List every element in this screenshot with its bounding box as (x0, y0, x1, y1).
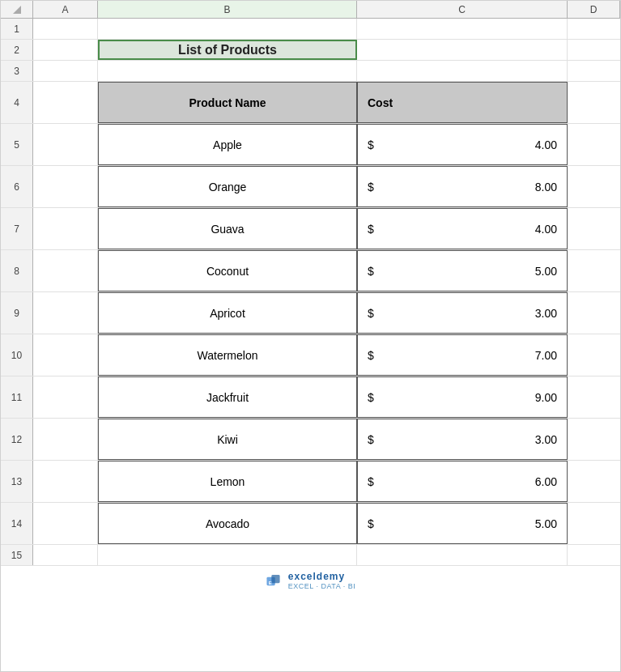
col-header-d[interactable]: D (568, 1, 620, 18)
cell-2a[interactable] (33, 40, 98, 60)
dollar-icon: $ (368, 475, 374, 488)
cell-13a[interactable] (33, 461, 98, 502)
dollar-icon: $ (368, 391, 374, 404)
cell-6d[interactable] (568, 166, 620, 207)
product-watermelon[interactable]: Watermelon (98, 334, 357, 376)
cell-1b[interactable] (98, 19, 357, 39)
cost-apricot[interactable]: $ 3.00 (357, 292, 568, 334)
col-header-cost[interactable]: Cost (357, 82, 568, 123)
cell-8a[interactable] (33, 250, 98, 291)
cost-coconut[interactable]: $ 5.00 (357, 250, 568, 291)
cost-watermelon[interactable]: $ 7.00 (357, 334, 568, 376)
cell-10d[interactable] (568, 334, 620, 376)
cell-5a[interactable] (33, 124, 98, 165)
cell-7d[interactable] (568, 208, 620, 249)
cell-1a[interactable] (33, 19, 98, 39)
cell-3c[interactable] (357, 61, 568, 81)
cost-value: 5.00 (535, 265, 557, 278)
product-apricot[interactable]: Apricot (98, 292, 357, 334)
cost-value: 9.00 (535, 391, 557, 404)
product-guava[interactable]: Guava (98, 208, 357, 249)
cell-15b[interactable] (98, 545, 357, 565)
row-num-7: 7 (1, 208, 33, 249)
col-header-product[interactable]: Product Name (98, 82, 357, 123)
table-row: 3 (1, 61, 620, 82)
cell-15a[interactable] (33, 545, 98, 565)
cost-value: 4.00 (535, 223, 557, 236)
cell-3a[interactable] (33, 61, 98, 81)
corner-cell (1, 1, 33, 18)
cell-15c[interactable] (357, 545, 568, 565)
cost-orange[interactable]: $ 8.00 (357, 166, 568, 207)
cell-8d[interactable] (568, 250, 620, 291)
table-row: 9 Apricot $ 3.00 (1, 292, 620, 334)
svg-text:E: E (268, 580, 271, 585)
col-header-c[interactable]: C (357, 1, 568, 18)
cell-3b[interactable] (98, 61, 357, 81)
cell-15d[interactable] (568, 545, 620, 565)
dollar-icon: $ (368, 433, 374, 446)
row-num-5: 5 (1, 124, 33, 165)
cell-9d[interactable] (568, 292, 620, 334)
cost-apple[interactable]: $ 4.00 (357, 124, 568, 165)
product-coconut[interactable]: Coconut (98, 250, 357, 291)
cost-value: 3.00 (535, 433, 557, 446)
dollar-icon: $ (368, 307, 374, 320)
cell-6a[interactable] (33, 166, 98, 207)
cost-value: 5.00 (535, 517, 557, 530)
product-kiwi[interactable]: Kiwi (98, 419, 357, 460)
product-orange[interactable]: Orange (98, 166, 357, 207)
row-num-8: 8 (1, 250, 33, 291)
cell-12a[interactable] (33, 419, 98, 460)
table-row: 8 Coconut $ 5.00 (1, 250, 620, 292)
product-avocado[interactable]: Avocado (98, 503, 357, 544)
cell-5d[interactable] (568, 124, 620, 165)
cost-lemon[interactable]: $ 6.00 (357, 461, 568, 502)
cell-1d[interactable] (568, 19, 620, 39)
cell-14a[interactable] (33, 503, 98, 544)
spreadsheet: A B C D 1 2 List of Products 3 (0, 0, 621, 672)
product-apple[interactable]: Apple (98, 124, 357, 165)
table-row: 5 Apple $ 4.00 (1, 124, 620, 166)
cell-4a[interactable] (33, 82, 98, 123)
cost-jackfruit[interactable]: $ 9.00 (357, 376, 568, 418)
row-num-12: 12 (1, 419, 33, 460)
product-lemon[interactable]: Lemon (98, 461, 357, 502)
row-num-6: 6 (1, 166, 33, 207)
watermark-tagline: EXCEL · DATA · BI (288, 582, 355, 591)
cell-9a[interactable] (33, 292, 98, 334)
cost-kiwi[interactable]: $ 3.00 (357, 419, 568, 460)
cell-13d[interactable] (568, 461, 620, 502)
product-jackfruit[interactable]: Jackfruit (98, 376, 357, 418)
dollar-icon: $ (368, 138, 374, 151)
cost-value: 4.00 (535, 138, 557, 151)
cell-11d[interactable] (568, 376, 620, 418)
cell-1c[interactable] (357, 19, 568, 39)
row-num-15: 15 (1, 545, 33, 565)
title-cell[interactable]: List of Products (98, 40, 357, 60)
cell-10a[interactable] (33, 334, 98, 376)
table-row: 7 Guava $ 4.00 (1, 208, 620, 250)
table-row: 1 (1, 19, 620, 40)
col-header-b[interactable]: B (98, 1, 357, 18)
spreadsheet-body: 1 2 List of Products 3 4 Product Name (1, 19, 620, 671)
watermark-brand: exceldemy (288, 571, 355, 582)
table-row: 15 (1, 545, 620, 566)
table-row: 2 List of Products (1, 40, 620, 61)
cell-11a[interactable] (33, 376, 98, 418)
cell-12d[interactable] (568, 419, 620, 460)
cell-14d[interactable] (568, 503, 620, 544)
watermark: E exceldemy EXCEL · DATA · BI (266, 571, 355, 591)
cell-7a[interactable] (33, 208, 98, 249)
cell-2d[interactable] (568, 40, 620, 60)
cell-3d[interactable] (568, 61, 620, 81)
cell-2c[interactable] (357, 40, 568, 60)
cost-guava[interactable]: $ 4.00 (357, 208, 568, 249)
dollar-icon: $ (368, 349, 374, 362)
col-header-a[interactable]: A (33, 1, 98, 18)
row-num-14: 14 (1, 503, 33, 544)
watermark-area: E exceldemy EXCEL · DATA · BI (1, 566, 620, 596)
cost-avocado[interactable]: $ 5.00 (357, 503, 568, 544)
table-row: 4 Product Name Cost (1, 82, 620, 124)
cell-4d[interactable] (568, 82, 620, 123)
